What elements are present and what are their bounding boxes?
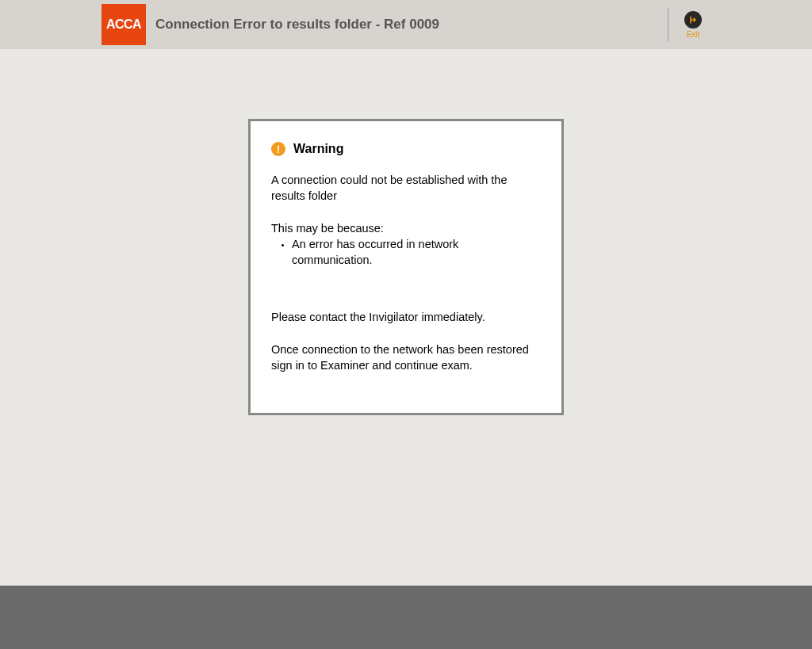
exit-icon [684,11,702,29]
dialog-reason-list: An error has occurred in network communi… [292,236,541,269]
header-bar: ACCA Connection Error to results folder … [0,0,812,49]
header-right: Exit [668,0,799,49]
exit-label: Exit [687,30,700,39]
page-title: Connection Error to results folder - Ref… [155,17,439,32]
main-content: ! Warning A connection could not be esta… [0,49,812,415]
dialog-paragraph-4: Once connection to the network has been … [271,342,541,374]
dialog-title: Warning [293,142,343,156]
acca-logo: ACCA [102,4,146,45]
dialog-header: ! Warning [271,142,541,156]
logo-text: ACCA [106,17,141,32]
footer-bar [0,586,812,649]
warning-icon: ! [271,142,285,156]
exit-arrow-icon [688,15,698,25]
warning-dialog: ! Warning A connection could not be esta… [248,119,564,415]
dialog-paragraph-3: Please contact the Invigilator immediate… [271,309,541,325]
exit-button[interactable]: Exit [678,8,708,42]
dialog-paragraph-1: A connection could not be established wi… [271,172,541,204]
header-divider [668,8,668,41]
dialog-reason-item: An error has occurred in network communi… [292,236,541,269]
dialog-paragraph-2: This may be because: [271,220,541,236]
